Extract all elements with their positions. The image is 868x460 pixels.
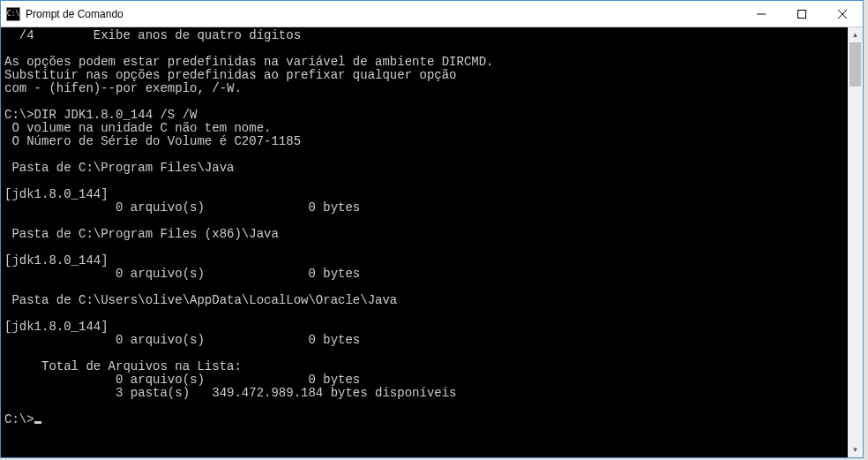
cursor bbox=[34, 421, 41, 424]
minimize-icon bbox=[757, 10, 766, 19]
scroll-up-arrow[interactable]: ▲ bbox=[848, 27, 863, 42]
close-button[interactable] bbox=[822, 1, 863, 26]
maximize-button[interactable] bbox=[782, 1, 822, 26]
console-output[interactable]: /4 Exibe anos de quatro dígitos As opçõe… bbox=[1, 27, 848, 457]
close-icon bbox=[838, 10, 847, 19]
console-area: /4 Exibe anos de quatro dígitos As opçõe… bbox=[1, 27, 863, 457]
maximize-icon bbox=[797, 10, 806, 19]
window-controls bbox=[741, 1, 863, 26]
cmd-icon: C:\ bbox=[6, 7, 20, 21]
window-title: Prompt de Comando bbox=[26, 8, 741, 20]
scroll-down-arrow[interactable]: ▼ bbox=[848, 442, 863, 457]
scrollbar-track[interactable] bbox=[848, 42, 863, 442]
minimize-button[interactable] bbox=[741, 1, 782, 26]
scrollbar-thumb[interactable] bbox=[849, 42, 861, 87]
svg-rect-1 bbox=[798, 10, 806, 18]
titlebar[interactable]: C:\ Prompt de Comando bbox=[1, 1, 863, 27]
vertical-scrollbar[interactable]: ▲ ▼ bbox=[848, 27, 863, 457]
command-prompt-window: C:\ Prompt de Comando /4 Exibe anos de q… bbox=[0, 0, 864, 458]
